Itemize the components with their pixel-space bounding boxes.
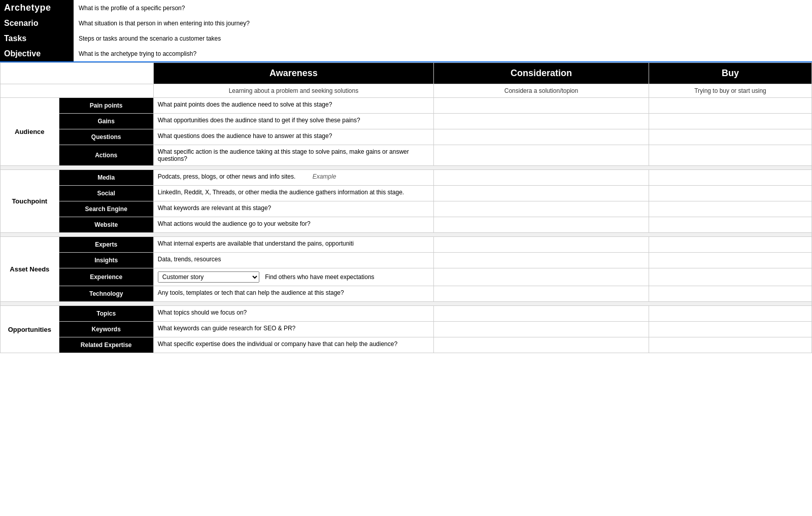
touchpoint-social-row: Social LinkedIn, Reddit, X, Threads, or …: [1, 186, 812, 201]
technology-label: Technology: [59, 286, 153, 302]
gains-consideration[interactable]: [434, 114, 649, 129]
experience-dropdown[interactable]: Customer story Case study Testimonial Re…: [158, 271, 259, 283]
divider-asset-opportunities: [1, 302, 812, 306]
questions-awareness[interactable]: What questions does the audience have to…: [153, 129, 433, 145]
related-expertise-label: Related Expertise: [59, 337, 153, 353]
media-buy[interactable]: [649, 170, 811, 186]
social-awareness[interactable]: LinkedIn, Reddit, X, Threads, or other m…: [153, 186, 433, 201]
keywords-awareness[interactable]: What keywords can guide research for SEO…: [153, 322, 433, 337]
touchpoint-website-row: Website What actions would the audience …: [1, 217, 812, 233]
questions-label: Questions: [59, 129, 153, 145]
website-consideration[interactable]: [434, 217, 649, 233]
media-awareness[interactable]: Podcats, press, blogs, or other news and…: [153, 170, 433, 186]
search-engine-label: Search Engine: [59, 201, 153, 217]
objective-label: Objective: [0, 46, 74, 61]
related-expertise-buy[interactable]: [649, 337, 811, 353]
related-expertise-consideration[interactable]: [434, 337, 649, 353]
insights-awareness[interactable]: Data, trends, resources: [153, 253, 433, 268]
actions-buy[interactable]: [649, 145, 811, 166]
insights-buy[interactable]: [649, 253, 811, 268]
topics-buy[interactable]: [649, 306, 811, 322]
header-row-objective: Objective What is the archetype trying t…: [0, 46, 812, 61]
opportunities-topics-row: Opportunities Topics What topics should …: [1, 306, 812, 322]
archetype-label: Archetype: [0, 0, 74, 16]
actions-consideration[interactable]: [434, 145, 649, 166]
asset-technology-row: Technology Any tools, templates or tech …: [1, 286, 812, 302]
social-consideration[interactable]: [434, 186, 649, 201]
experts-consideration[interactable]: [434, 237, 649, 253]
insights-consideration[interactable]: [434, 253, 649, 268]
experience-label: Experience: [59, 268, 153, 286]
touchpoint-section-label: Touchpoint: [1, 170, 59, 233]
technology-awareness[interactable]: Any tools, templates or tech that can he…: [153, 286, 433, 302]
divider-audience-touchpoint: [1, 166, 812, 170]
buy-subheader: Trying to buy or start using: [649, 84, 811, 98]
stage-header-row: Awareness Consideration Buy: [1, 63, 812, 84]
insights-label: Insights: [59, 253, 153, 268]
experts-awareness[interactable]: What internal experts are available that…: [153, 237, 433, 253]
header-row-archetype: Archetype What is the profile of a speci…: [0, 0, 812, 16]
search-engine-buy[interactable]: [649, 201, 811, 217]
pain-points-awareness[interactable]: What paint points does the audience need…: [153, 98, 433, 114]
gains-awareness[interactable]: What opportunities does the audince stan…: [153, 114, 433, 129]
audience-actions-row: Actions What specific action is the audi…: [1, 145, 812, 166]
scenario-label: Scenario: [0, 16, 74, 31]
website-awareness[interactable]: What actions would the audience go to yo…: [153, 217, 433, 233]
opportunities-keywords-row: Keywords What keywords can guide researc…: [1, 322, 812, 337]
asset-insights-row: Insights Data, trends, resources: [1, 253, 812, 268]
audience-gains-row: Gains What opportunities does the audinc…: [1, 114, 812, 129]
opportunities-section-label: Opportunities: [1, 306, 59, 353]
keywords-buy[interactable]: [649, 322, 811, 337]
media-label: Media: [59, 170, 153, 186]
topics-consideration[interactable]: [434, 306, 649, 322]
tasks-label: Tasks: [0, 31, 74, 46]
media-example: Example: [313, 173, 336, 180]
gains-buy[interactable]: [649, 114, 811, 129]
website-buy[interactable]: [649, 217, 811, 233]
social-buy[interactable]: [649, 186, 811, 201]
actions-label: Actions: [59, 145, 153, 166]
divider-touchpoint-asset: [1, 233, 812, 237]
experience-awareness[interactable]: Customer story Case study Testimonial Re…: [153, 268, 433, 286]
pain-points-buy[interactable]: [649, 98, 811, 114]
asset-needs-section-label: Asset Needs: [1, 237, 59, 302]
consideration-subheader: Considera a solution/topion: [434, 84, 649, 98]
touchpoint-search-engine-row: Search Engine What keywords are relevant…: [1, 201, 812, 217]
technology-buy[interactable]: [649, 286, 811, 302]
topics-awareness[interactable]: What topics should we focus on?: [153, 306, 433, 322]
audience-questions-row: Questions What questions does the audien…: [1, 129, 812, 145]
header-row-tasks: Tasks Steps or tasks around the scenario…: [0, 31, 812, 46]
topics-label: Topics: [59, 306, 153, 322]
audience-section-label: Audience: [1, 98, 59, 166]
pain-points-consideration[interactable]: [434, 98, 649, 114]
tasks-desc: Steps or tasks around the scenario a cus…: [74, 31, 226, 46]
search-engine-awareness[interactable]: What keywords are relevant at this stage…: [153, 201, 433, 217]
touchpoint-media-row: Touchpoint Media Podcats, press, blogs, …: [1, 170, 812, 186]
website-label: Website: [59, 217, 153, 233]
technology-consideration[interactable]: [434, 286, 649, 302]
actions-awareness[interactable]: What specific action is the audience tak…: [153, 145, 433, 166]
questions-consideration[interactable]: [434, 129, 649, 145]
archetype-desc: What is the profile of a specific person…: [74, 0, 190, 16]
experience-consideration[interactable]: [434, 268, 649, 286]
awareness-header: Awareness: [153, 63, 433, 84]
keywords-consideration[interactable]: [434, 322, 649, 337]
consideration-header: Consideration: [434, 63, 649, 84]
social-label: Social: [59, 186, 153, 201]
related-expertise-awareness[interactable]: What specific expertise does the individ…: [153, 337, 433, 353]
experience-buy[interactable]: [649, 268, 811, 286]
stage-subheader-row: Learning about a problem and seeking sol…: [1, 84, 812, 98]
header-section: Archetype What is the profile of a speci…: [0, 0, 812, 62]
search-engine-consideration[interactable]: [434, 201, 649, 217]
asset-experience-row: Experience Customer story Case study Tes…: [1, 268, 812, 286]
header-row-scenario: Scenario What situation is that person i…: [0, 16, 812, 31]
buy-header: Buy: [649, 63, 811, 84]
objective-desc: What is the archetype trying to accompli…: [74, 46, 201, 61]
awareness-subheader: Learning about a problem and seeking sol…: [153, 84, 433, 98]
experts-buy[interactable]: [649, 237, 811, 253]
media-consideration[interactable]: [434, 170, 649, 186]
questions-buy[interactable]: [649, 129, 811, 145]
asset-experts-row: Asset Needs Experts What internal expert…: [1, 237, 812, 253]
experience-extra: Find others who have meet expectations: [265, 273, 374, 281]
keywords-label: Keywords: [59, 322, 153, 337]
